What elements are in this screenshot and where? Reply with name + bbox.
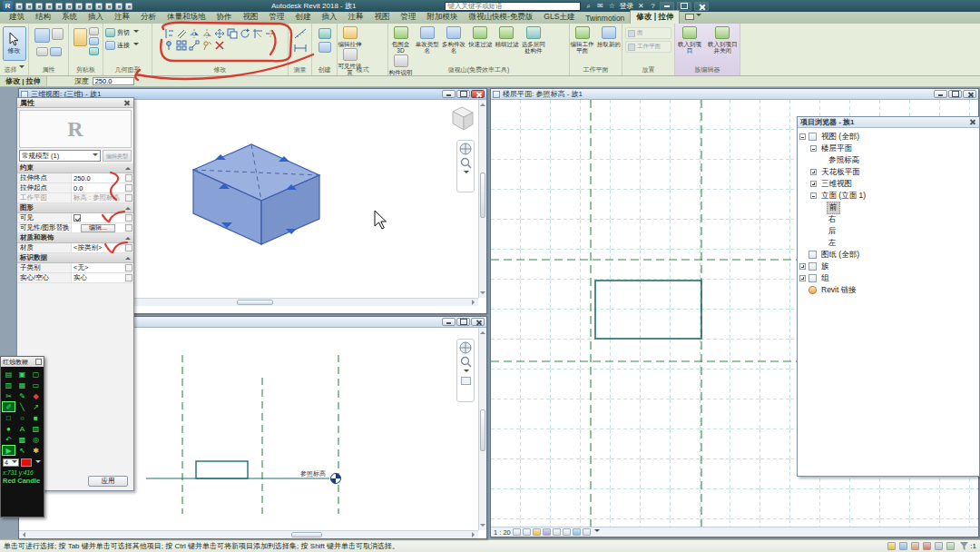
- exchange-apps-icon[interactable]: ✕: [636, 2, 645, 11]
- region-select-icon[interactable]: ▭: [29, 380, 43, 390]
- align-icon[interactable]: [162, 27, 175, 39]
- load-into-project-button[interactable]: 载入到项目: [675, 25, 704, 54]
- restore-button[interactable]: [677, 2, 691, 11]
- section-identity-data[interactable]: 标识数据: [17, 253, 133, 263]
- section-graphics[interactable]: 图形: [17, 203, 133, 213]
- type-selector[interactable]: 常规模型 (1): [19, 150, 101, 162]
- associate-parameter-button[interactable]: [125, 264, 132, 271]
- whiteboard-icon[interactable]: ▩: [15, 434, 29, 445]
- save-icon[interactable]: ▣: [15, 369, 29, 380]
- zoom-icon[interactable]: [460, 356, 472, 368]
- associate-parameter-button[interactable]: [125, 214, 132, 222]
- revit-application-menu[interactable]: R: [3, 1, 13, 11]
- open-icon[interactable]: [15, 3, 23, 10]
- tab-systems[interactable]: 系统: [56, 11, 83, 24]
- tab-massing-site[interactable]: 体量和场地: [162, 11, 211, 24]
- create-similar-icon[interactable]: [318, 42, 331, 53]
- tab-modify-extrusion[interactable]: 修改 | 拉伸: [630, 10, 680, 24]
- offset-icon[interactable]: [175, 27, 188, 39]
- tab-annotate[interactable]: 注释: [109, 11, 135, 24]
- visible-checkbox[interactable]: [72, 213, 124, 222]
- visual-style-icon[interactable]: [523, 528, 531, 536]
- nav-more-icon[interactable]: [464, 370, 469, 375]
- edit-workplane-button[interactable]: 编辑工作平面: [570, 25, 594, 54]
- section-constraints[interactable]: 约束: [17, 163, 133, 173]
- thin-lines-icon[interactable]: [125, 3, 132, 10]
- view-scale[interactable]: 1 : 20: [494, 528, 511, 537]
- associate-parameter-button[interactable]: [125, 174, 132, 182]
- pencil-icon[interactable]: ✐: [2, 401, 15, 412]
- filled-ellipse-icon[interactable]: ●: [2, 423, 15, 434]
- undo-icon[interactable]: ↶: [2, 434, 15, 445]
- laser-pointer-icon[interactable]: ▶: [2, 445, 15, 456]
- help-icon[interactable]: ?: [648, 2, 657, 11]
- paste-icon[interactable]: [74, 28, 87, 46]
- highlight-icon[interactable]: ▨: [29, 423, 43, 434]
- undo-icon[interactable]: [35, 3, 43, 10]
- tab-insert[interactable]: 插入: [83, 11, 109, 24]
- associate-parameter-button[interactable]: [125, 274, 132, 281]
- properties-palette-icon[interactable]: [34, 28, 50, 43]
- tab-architecture[interactable]: 建筑: [4, 11, 30, 24]
- type-properties-icon[interactable]: [50, 47, 62, 56]
- line-icon[interactable]: ╲: [15, 401, 29, 412]
- reveal-hidden-elements-icon[interactable]: [583, 528, 591, 536]
- editing-requests-icon[interactable]: [899, 542, 907, 550]
- minimize-view-button[interactable]: [442, 90, 456, 98]
- properties-titlebar[interactable]: 属性: [17, 98, 133, 108]
- tree-item-sheets[interactable]: 图纸 (全部): [799, 249, 977, 261]
- tab-gls[interactable]: GLS土建: [538, 11, 580, 24]
- tree-item-right[interactable]: 右: [799, 213, 977, 225]
- aligned-dimension-icon[interactable]: [75, 3, 83, 10]
- tree-item-left[interactable]: 左: [799, 237, 977, 249]
- shadows-icon[interactable]: [543, 528, 551, 536]
- tree-item-elevations[interactable]: 立面 (立面 1): [799, 190, 977, 202]
- arrow-icon[interactable]: ↗: [29, 401, 43, 412]
- tab-manage-family[interactable]: 管理: [396, 11, 422, 24]
- tab-collaborate[interactable]: 协作: [211, 11, 238, 24]
- tab-analyze[interactable]: 分析: [135, 11, 162, 24]
- tree-item-3d-views[interactable]: 三维视图: [799, 178, 977, 190]
- communication-center-icon[interactable]: ✉: [595, 2, 604, 11]
- modify-button[interactable]: 修改: [3, 26, 26, 61]
- rectangle-icon[interactable]: □: [2, 412, 15, 423]
- apply-button[interactable]: 应用: [88, 476, 128, 487]
- tree-item-ceiling-plans[interactable]: 天花板平面: [799, 166, 977, 178]
- tree-item-revit-links[interactable]: Revit 链接: [799, 284, 977, 296]
- fine-filter-button[interactable]: 精细过滤: [495, 25, 519, 47]
- tree-item-views[interactable]: 视图 (全部): [799, 131, 977, 143]
- panel-select-label[interactable]: 选择: [0, 65, 28, 74]
- tab-wss-free[interactable]: 微视山快模-免费版: [464, 11, 539, 24]
- restore-view-button[interactable]: [456, 318, 470, 326]
- section-materials[interactable]: 材质和装饰: [17, 233, 133, 243]
- redo-icon[interactable]: [45, 3, 53, 10]
- red-candle-titlebar[interactable]: 红烛教鞭: [1, 357, 44, 367]
- design-options-icon[interactable]: [911, 542, 919, 550]
- associate-parameter-button[interactable]: [125, 184, 132, 192]
- unpin-icon[interactable]: [201, 39, 213, 51]
- create-group-icon[interactable]: [318, 28, 331, 39]
- save-icon[interactable]: [25, 3, 33, 10]
- detail-level-icon[interactable]: [513, 528, 521, 536]
- background-processes-icon[interactable]: [946, 542, 955, 550]
- nav-pan-icon[interactable]: [461, 377, 471, 385]
- text-icon[interactable]: A: [15, 423, 29, 434]
- worksets-icon[interactable]: [887, 542, 896, 550]
- close-icon[interactable]: [968, 118, 976, 126]
- restore-view-button[interactable]: [456, 90, 470, 98]
- select-multilevel-button[interactable]: 选多层同处构件: [521, 25, 545, 54]
- tag-icon[interactable]: [85, 3, 93, 10]
- viewcube[interactable]: [446, 103, 476, 133]
- dimension-icon[interactable]: [294, 44, 307, 54]
- extrusion-end-value[interactable]: 250.0: [72, 173, 124, 182]
- zoom-icon[interactable]: [460, 157, 472, 169]
- tab-structure[interactable]: 结构: [30, 11, 56, 24]
- vcb-more-icon[interactable]: [594, 529, 600, 535]
- mirror-pick-axis-icon[interactable]: [188, 27, 201, 39]
- open-icon[interactable]: ▤: [2, 369, 15, 380]
- marker-icon[interactable]: ✎: [15, 390, 29, 401]
- print-icon[interactable]: [55, 3, 63, 10]
- measure-icon[interactable]: [65, 3, 73, 10]
- text-icon[interactable]: [95, 3, 103, 10]
- sun-path-icon[interactable]: [533, 528, 541, 536]
